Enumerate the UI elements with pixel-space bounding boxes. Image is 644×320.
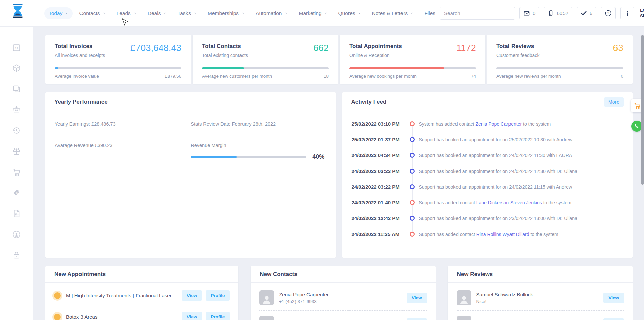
cart-icon (634, 102, 641, 109)
contact-row: Zenia Pope Carpenter +1 (452) 371-9933 V… (259, 285, 427, 310)
view-button[interactable]: View (407, 293, 427, 303)
profile-button[interactable]: Profile (206, 290, 230, 301)
view-button[interactable]: View (182, 290, 202, 301)
stat-title: Total Contacts (202, 43, 248, 50)
app-logo-icon[interactable] (10, 3, 25, 24)
navbar-right-cluster: 0 6052 6 ? LONDON SUPPORT (440, 6, 644, 20)
nav-notes-letters[interactable]: Notes & Letters (368, 7, 418, 19)
profile-button[interactable]: Profile (206, 312, 230, 320)
revenue-margin-bar (191, 156, 306, 158)
nav-memberships[interactable]: Memberships (203, 7, 249, 19)
search-input[interactable] (440, 7, 515, 19)
stats-cards-row: Total Invoices All invoices and receipts… (45, 35, 633, 84)
nav-marketing[interactable]: Marketing (294, 7, 332, 19)
feed-entry: 25/02/2022 03:10 PM System has added con… (352, 116, 624, 132)
contact-link[interactable]: Lane Dickerson Steven Jenkins (476, 200, 542, 205)
nav-quotes[interactable]: Quotes (334, 7, 366, 19)
cart-icon[interactable] (6, 162, 27, 182)
timeline-marker-icon (410, 137, 415, 142)
feed-time: 24/02/2022 03:22 PM (352, 184, 405, 190)
nav-leads[interactable]: Leads (112, 7, 141, 19)
feed-message: Support has booked an appointment for on… (419, 169, 577, 174)
contact-name: Zenia Pope Carpenter (279, 292, 407, 297)
feed-entry: 24/02/2022 01:40 PM Support has added co… (352, 195, 624, 210)
account-icon[interactable] (6, 224, 27, 245)
whatsapp-widget-button[interactable] (631, 121, 642, 132)
nav-automation[interactable]: Automation (251, 7, 292, 19)
activity-feed-list: 25/02/2022 03:10 PM System has added con… (342, 111, 633, 258)
info-button[interactable] (620, 7, 634, 19)
view-button[interactable]: View (407, 318, 427, 320)
stat-avg-label: Average new reviews per month (496, 74, 561, 79)
revenue-margin-value: 40% (312, 153, 324, 161)
nav-files[interactable]: Files (420, 7, 440, 19)
history-icon[interactable] (6, 120, 27, 141)
chevron-down-icon (133, 11, 137, 15)
feed-entry: 24/02/2022 12:42 PM Support has booked a… (352, 210, 624, 226)
help-button[interactable]: ? (601, 7, 616, 19)
left-sidebar: 12 $ (0, 27, 33, 320)
svg-text:?: ? (607, 11, 609, 15)
nav-today[interactable]: Today (44, 7, 73, 19)
vertical-scrollbar[interactable] (641, 35, 644, 185)
feed-message: Support has booked an appointment for on… (419, 153, 572, 158)
package-icon[interactable] (6, 58, 27, 78)
feed-time: 24/02/2022 03:23 PM (352, 168, 405, 174)
nav-deals[interactable]: Deals (143, 7, 171, 19)
stat-avg-value: 0 (621, 74, 623, 79)
timeline-marker-icon (410, 232, 415, 237)
feed-message: Support has added contact Lane Dickerson… (419, 200, 572, 205)
stat-value: £703,648.43 (130, 43, 181, 58)
review-row: Alex Stefan View (457, 310, 624, 320)
panel-title: New Contacts (260, 271, 297, 278)
stat-card-appointments: Total Appointments Online & Reception 11… (340, 35, 485, 84)
chevron-down-icon (241, 11, 245, 15)
contact-avatar (259, 316, 274, 320)
feed-message: Support has added contact Rina Rollins W… (419, 232, 558, 237)
report-icon[interactable] (6, 203, 27, 224)
middle-panels-row: Yearly Performance Yearly Earnings: £28,… (45, 92, 633, 258)
layers-icon[interactable] (6, 78, 27, 99)
stat-value: 662 (313, 43, 329, 58)
timeline-marker-icon (410, 121, 415, 126)
messages-button[interactable]: 0 (519, 7, 539, 19)
chevron-down-icon (65, 11, 68, 15)
bottom-panels-row: New Appointments M | High Intensity Trea… (45, 266, 633, 320)
chevron-down-icon (284, 11, 288, 15)
nav-tasks[interactable]: Tasks (173, 7, 201, 19)
revenue-margin-label: Revenue Margin (191, 143, 326, 148)
progress-bar (202, 67, 329, 69)
global-search (440, 7, 515, 20)
average-revenue: Avarage Revenue £390.23 (55, 143, 191, 161)
location-label: LONDON SUPPORT (640, 8, 644, 19)
info-icon (624, 10, 630, 16)
view-button[interactable]: View (182, 312, 202, 320)
stat-title: Total Invoices (55, 43, 105, 50)
stat-card-invoices: Total Invoices All invoices and receipts… (45, 35, 191, 84)
view-button[interactable]: View (603, 293, 624, 303)
more-button[interactable]: More (604, 97, 624, 107)
contact-link[interactable]: Zenia Pope Carpenter (475, 121, 522, 127)
panel-title: New Appointments (54, 271, 106, 278)
shopping-bag-icon[interactable] (6, 99, 27, 120)
contact-link[interactable]: Rina Rollins Wyatt Dillard (476, 232, 529, 237)
nav-contacts[interactable]: Contacts (75, 7, 110, 19)
calls-count: 6052 (557, 10, 568, 16)
feed-entry: 24/02/2022 11:35 AM Support has added co… (352, 226, 624, 242)
stats-review-date: Stats Review Date February 28th, 2022 (191, 121, 326, 127)
stat-subtitle: Customers feedback (496, 53, 539, 58)
view-button[interactable]: View (603, 318, 624, 320)
lock-icon[interactable] (6, 245, 27, 265)
calendar-icon[interactable]: 12 (6, 37, 27, 58)
feed-time: 25/02/2022 03:10 PM (352, 121, 405, 127)
tasks-button[interactable]: 6 (577, 7, 596, 19)
timeline-marker-icon (410, 200, 415, 205)
calls-button[interactable]: 6052 (544, 7, 572, 19)
progress-bar (496, 67, 623, 69)
feed-message: Support has booked an appointment for on… (419, 216, 577, 221)
price-tag-icon[interactable]: $ (6, 182, 27, 203)
top-navbar: Today Contacts Leads Deals Tasks Members… (0, 0, 644, 27)
mobile-phone-icon (548, 10, 554, 16)
progress-bar (349, 67, 476, 69)
gift-icon[interactable] (6, 141, 27, 162)
